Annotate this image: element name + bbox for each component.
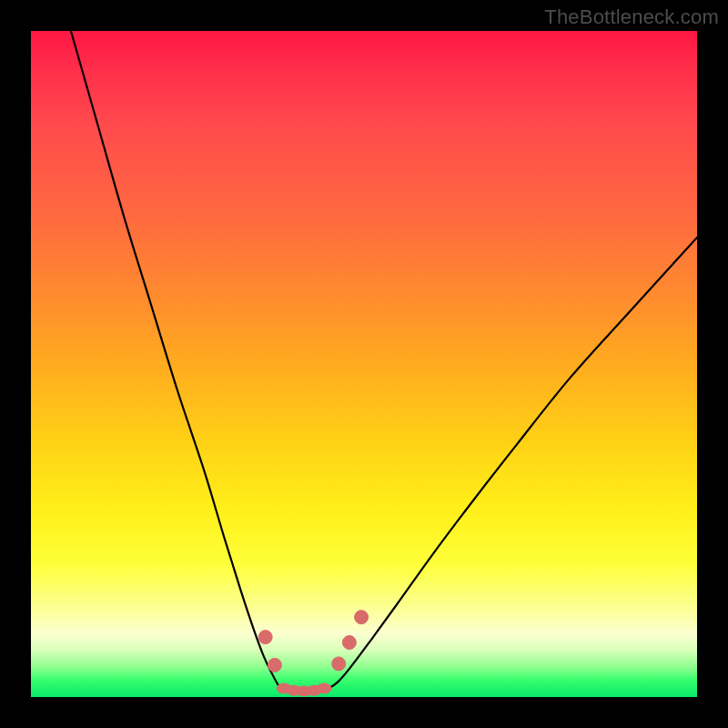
left-dot-upper xyxy=(258,631,272,644)
right-dot-upper xyxy=(355,611,369,624)
watermark-text: TheBottleneck.com xyxy=(544,5,719,29)
floor-dot-5 xyxy=(317,683,331,693)
plot-area xyxy=(31,31,697,697)
left-dot-lower xyxy=(268,658,281,672)
right-dot-lower xyxy=(332,657,346,671)
left-curve xyxy=(71,31,281,689)
marker-group xyxy=(258,611,368,696)
right-curve xyxy=(328,238,697,689)
curve-layer xyxy=(31,31,697,697)
right-dot-mid xyxy=(342,635,356,649)
chart-frame: TheBottleneck.com xyxy=(0,0,728,728)
